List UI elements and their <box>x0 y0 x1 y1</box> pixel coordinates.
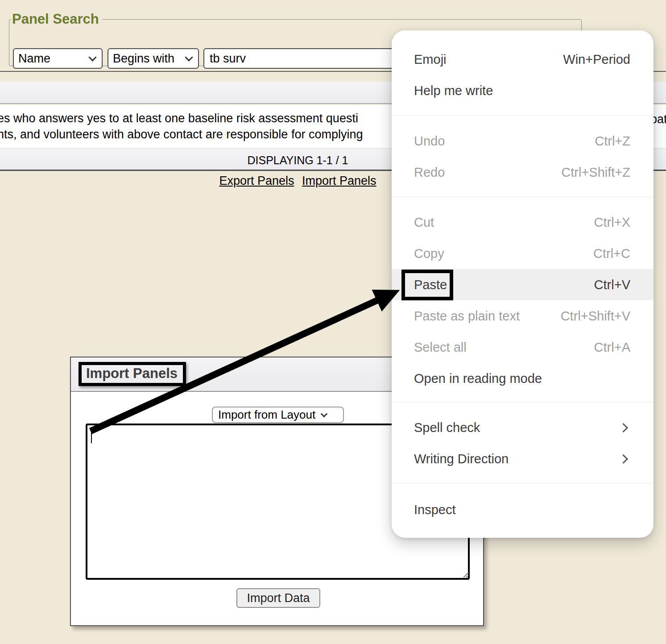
title-annotation-box: Import Panels <box>79 362 186 386</box>
menu-item-open-in-reading-mode[interactable]: Open in reading mode <box>392 363 654 394</box>
chevron-down-icon <box>321 410 328 417</box>
menu-item-help-me-write[interactable]: Help me write <box>392 75 654 106</box>
menu-item-cut[interactable]: Cut Ctrl+X <box>392 207 654 238</box>
import-data-button[interactable]: Import Data <box>236 588 320 608</box>
chevron-down-icon <box>185 53 193 61</box>
search-field-select[interactable]: Name <box>13 48 103 69</box>
menu-item-paste[interactable]: Paste Ctrl+V <box>392 269 654 300</box>
row-description-text: es who answers yes to at least one basel… <box>0 110 363 142</box>
export-panels-link[interactable]: Export Panels <box>219 174 294 187</box>
search-field-select-value: Name <box>18 52 50 66</box>
import-panels-link[interactable]: Import Panels <box>302 174 376 187</box>
chevron-right-icon <box>619 423 628 432</box>
text-cursor <box>91 427 92 443</box>
search-operator-select-value: Begins with <box>113 52 174 66</box>
search-operator-select[interactable]: Begins with <box>108 48 199 69</box>
dialog-title: Import Panels <box>86 366 178 381</box>
menu-item-inspect[interactable]: Inspect <box>392 494 654 525</box>
menu-item-redo[interactable]: Redo Ctrl+Shift+Z <box>392 157 654 188</box>
menu-item-paste-as-plain-text[interactable]: Paste as plain text Ctrl+Shift+V <box>392 300 654 332</box>
panel-search-legend: Panel Search <box>11 12 103 27</box>
menu-item-copy[interactable]: Copy Ctrl+C <box>392 238 654 269</box>
menu-item-emoji[interactable]: Emoji Win+Period <box>392 44 654 75</box>
import-layout-select-value: Import from Layout <box>218 408 315 422</box>
paste-annotation-box: Paste <box>401 270 453 300</box>
menu-item-spell-check[interactable]: Spell check <box>392 412 654 443</box>
import-layout-select[interactable]: Import from Layout <box>212 407 344 423</box>
resize-grip-icon[interactable] <box>462 571 469 578</box>
chevron-down-icon <box>88 53 96 61</box>
chevron-right-icon <box>619 454 628 463</box>
menu-item-writing-direction[interactable]: Writing Direction <box>392 443 654 474</box>
menu-item-select-all[interactable]: Select all Ctrl+A <box>392 332 654 363</box>
menu-item-undo[interactable]: Undo Ctrl+Z <box>392 125 654 157</box>
search-query-value: tb surv <box>210 52 246 66</box>
context-menu: Emoji Win+Period Help me write Undo Ctrl… <box>392 30 654 538</box>
